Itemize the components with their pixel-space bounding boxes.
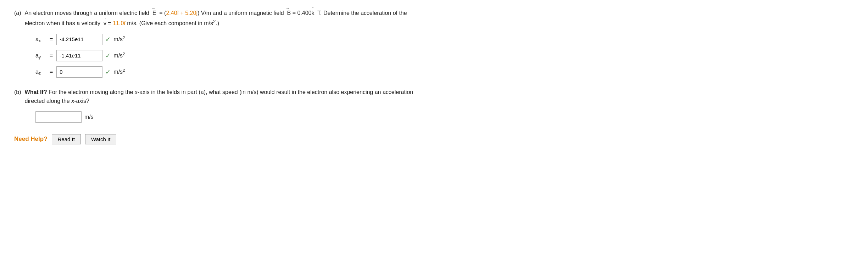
bottom-divider xyxy=(14,156,830,156)
answer-row-ax: ax = ✓ m/s2 xyxy=(35,34,830,45)
input-ax[interactable] xyxy=(56,34,102,45)
part-b-header: (b) What If? For the electron moving alo… xyxy=(14,88,830,106)
v-eq: = xyxy=(106,20,113,26)
unit-ay: m/s2 xyxy=(113,52,125,59)
part-b: (b) What If? For the electron moving alo… xyxy=(14,88,830,123)
check-icon-ay: ✓ xyxy=(105,52,111,60)
b-vector-symbol: → B xyxy=(285,9,291,18)
e-unit: ) V/m and a uniform magnetic field xyxy=(197,10,285,16)
text-end: .) xyxy=(216,20,219,26)
var-sub-az: z xyxy=(39,71,41,76)
plus-sign: + xyxy=(179,10,185,16)
k-hat: k^ xyxy=(311,9,316,18)
v-unit: m/s. (Give each component in m/s xyxy=(126,20,213,26)
part-b-label: (b) xyxy=(14,88,21,96)
unit-ax: m/s2 xyxy=(113,35,125,43)
part-a-intro: An electron moves through a uniform elec… xyxy=(25,10,151,16)
part-a-text2: electron when it has a velocity xyxy=(25,20,102,26)
e-y-val: 5.20 xyxy=(185,10,196,16)
unit-part-b: m/s xyxy=(84,114,94,120)
var-label-az: az xyxy=(35,69,46,75)
e-x-val: 2.40 xyxy=(166,10,177,16)
watch-it-button[interactable]: Watch It xyxy=(85,134,116,144)
unit-az: m/s2 xyxy=(113,68,125,75)
input-part-b[interactable] xyxy=(35,111,82,123)
var-label-ax: ax xyxy=(35,36,46,43)
b-unit: T. Determine the acceleration of the xyxy=(316,10,407,16)
part-b-input-row: m/s xyxy=(35,111,830,123)
part-b-text2: -axis in the fields in part (a), what sp… xyxy=(138,89,413,95)
need-help-section: Need Help? Read It Watch It xyxy=(14,134,830,144)
equals-az: = xyxy=(50,69,53,75)
input-az[interactable] xyxy=(56,66,102,78)
x-axis-italic: x xyxy=(135,89,138,95)
var-label-ay: ay xyxy=(35,53,46,59)
part-b-text4: -axis? xyxy=(74,98,89,104)
check-icon-ax: ✓ xyxy=(105,35,111,43)
e-eq: = ( xyxy=(158,10,166,16)
what-if-bold: What If? xyxy=(25,89,47,95)
var-sub-ay: y xyxy=(39,55,41,60)
b-eq: = 0.400 xyxy=(291,10,311,16)
answer-row-az: az = ✓ m/s2 xyxy=(35,66,830,78)
read-it-button[interactable]: Read It xyxy=(52,134,81,144)
check-icon-az: ✓ xyxy=(105,68,111,76)
part-a: (a) An electron moves through a uniform … xyxy=(14,9,830,78)
answer-row-ay: ay = ✓ m/s2 xyxy=(35,50,830,61)
equals-ax: = xyxy=(50,36,53,43)
need-help-label: Need Help? xyxy=(14,136,48,143)
part-b-text3: directed along the xyxy=(25,98,72,104)
e-vector-symbol: → E xyxy=(151,9,158,18)
equals-ay: = xyxy=(50,53,53,59)
part-b-text: What If? For the electron moving along t… xyxy=(25,88,413,106)
part-b-intro: For the electron moving along the xyxy=(47,89,135,95)
problem-container: (a) An electron moves through a uniform … xyxy=(14,9,830,156)
v-vector-symbol: → v xyxy=(102,19,106,28)
part-a-label: (a) xyxy=(14,9,21,17)
part-a-text: An electron moves through a uniform elec… xyxy=(25,9,407,28)
part-a-header: (a) An electron moves through a uniform … xyxy=(14,9,830,28)
v-val: 11.0 xyxy=(113,20,124,26)
var-sub-ax: x xyxy=(39,38,41,43)
input-ay[interactable] xyxy=(56,50,102,61)
